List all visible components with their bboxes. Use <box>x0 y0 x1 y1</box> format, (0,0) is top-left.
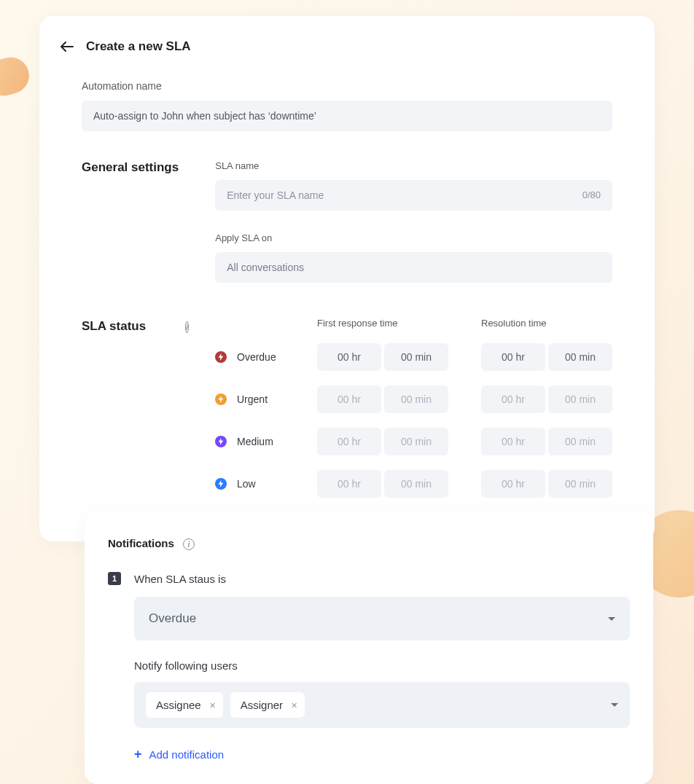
sla-status-row: Medium00 hr00 min00 hr00 min <box>215 428 612 455</box>
chip-label: Assignee <box>156 699 201 711</box>
info-icon[interactable]: i <box>185 321 189 333</box>
sla-status-section: SLA status i First response time Resolut… <box>60 318 634 512</box>
sla-status-name: Medium <box>237 436 273 447</box>
when-status-label: When SLA staus is <box>134 573 226 585</box>
add-notification-label: Add notification <box>149 748 225 761</box>
notify-users-select[interactable]: Assignee✕Assigner✕ <box>134 682 630 728</box>
first-response-min-input[interactable]: 00 min <box>384 470 448 498</box>
notifications-title: Notifications <box>108 537 174 549</box>
first-response-hr-input[interactable]: 00 hr <box>317 470 381 498</box>
sla-form-card: Create a new SLA Automation name General… <box>39 16 655 541</box>
first-response-min-input[interactable]: 00 min <box>384 343 448 371</box>
automation-name-label: Automation name <box>82 80 612 92</box>
add-notification-button[interactable]: + Add notification <box>134 747 630 762</box>
sla-status-row: Overdue00 hr00 min00 hr00 min <box>215 343 612 371</box>
sla-name-char-count: 0/80 <box>582 189 601 200</box>
sla-name-input[interactable] <box>215 180 612 211</box>
first-response-min-input[interactable]: 00 min <box>384 385 448 413</box>
chip-label: Assigner <box>241 699 283 711</box>
card-header: Create a new SLA <box>60 39 634 54</box>
first-response-min-input[interactable]: 00 min <box>384 428 448 455</box>
arrow-left-icon <box>61 42 74 52</box>
general-settings-title: General settings <box>82 160 179 283</box>
chevron-down-icon <box>608 617 615 621</box>
notification-step-row: 1 When SLA staus is <box>108 572 630 585</box>
first-response-hr-input[interactable]: 00 hr <box>317 385 381 413</box>
resolution-min-input[interactable]: 00 min <box>548 428 612 455</box>
resolution-hr-input[interactable]: 00 hr <box>481 343 545 371</box>
bolt-icon <box>215 436 227 447</box>
plus-icon: + <box>134 747 142 762</box>
notifications-card: Notifications i 1 When SLA staus is Over… <box>85 511 653 784</box>
sla-status-label: Urgent <box>215 393 317 405</box>
sla-status-name: Overdue <box>237 351 276 363</box>
sla-name-label: SLA name <box>215 160 612 171</box>
sla-status-name: Low <box>237 478 256 490</box>
chip-remove-icon[interactable]: ✕ <box>291 700 297 710</box>
sla-status-label: Low <box>215 478 317 490</box>
notifications-header: Notifications i <box>108 536 630 550</box>
automation-name-input[interactable] <box>82 101 612 131</box>
sla-status-select-value: Overdue <box>149 611 196 626</box>
sla-status-name: Urgent <box>237 393 268 405</box>
chevron-down-icon <box>611 703 618 707</box>
sla-status-row: Low00 hr00 min00 hr00 min <box>215 470 612 498</box>
user-chip[interactable]: Assignee✕ <box>146 692 223 718</box>
sla-status-select[interactable]: Overdue <box>134 597 630 640</box>
first-response-header: First response time <box>317 318 448 329</box>
resolution-hr-input[interactable]: 00 hr <box>481 470 545 498</box>
resolution-time-header: Resolution time <box>481 318 612 329</box>
back-button[interactable] <box>60 39 74 54</box>
resolution-min-input[interactable]: 00 min <box>548 343 612 371</box>
resolution-hr-input[interactable]: 00 hr <box>481 385 545 413</box>
resolution-min-input[interactable]: 00 min <box>548 385 612 413</box>
first-response-hr-input[interactable]: 00 hr <box>317 343 381 371</box>
general-settings-section: General settings SLA name 0/80 Apply SLA… <box>60 160 634 283</box>
user-chip[interactable]: Assigner✕ <box>230 692 305 718</box>
sla-status-label: Overdue <box>215 351 317 363</box>
decorative-blob <box>0 53 33 100</box>
notify-users-label: Notify following users <box>134 659 630 672</box>
first-response-hr-input[interactable]: 00 hr <box>317 428 381 455</box>
sla-status-row: Urgent00 hr00 min00 hr00 min <box>215 385 612 413</box>
bolt-icon <box>215 351 227 363</box>
sla-status-title: SLA status <box>82 319 178 334</box>
sla-status-label: Medium <box>215 436 317 447</box>
bolt-icon <box>215 478 227 490</box>
bolt-icon <box>215 393 227 405</box>
step-number-badge: 1 <box>108 572 121 585</box>
resolution-hr-input[interactable]: 00 hr <box>481 428 545 455</box>
apply-sla-label: Apply SLA on <box>215 232 612 243</box>
page-title: Create a new SLA <box>86 39 191 54</box>
resolution-min-input[interactable]: 00 min <box>548 470 612 498</box>
info-icon[interactable]: i <box>183 538 195 550</box>
automation-section: Automation name <box>60 80 634 131</box>
chip-remove-icon[interactable]: ✕ <box>209 700 216 710</box>
sla-grid-header: First response time Resolution time <box>215 318 612 329</box>
apply-sla-select[interactable] <box>215 252 612 283</box>
